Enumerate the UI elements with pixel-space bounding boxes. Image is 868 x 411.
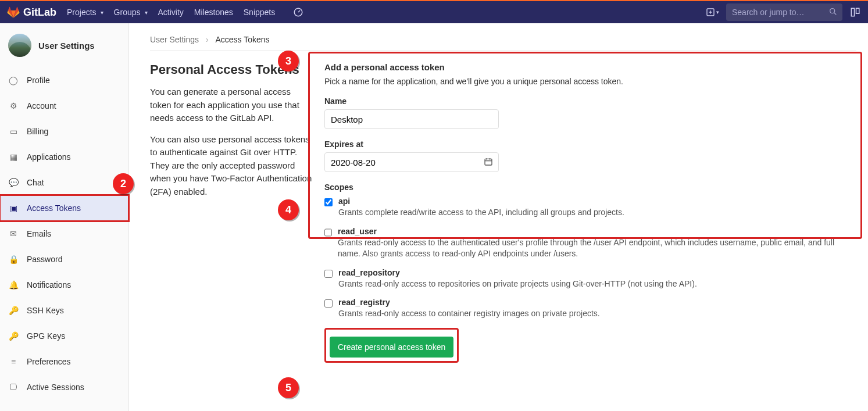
name-input[interactable] [324, 109, 499, 129]
sidebar-item-profile[interactable]: ◯Profile [0, 67, 128, 93]
search-input[interactable] [726, 3, 842, 21]
scope-read-repository: read_repository Grants read-only access … [324, 268, 856, 290]
grid-icon: ▦ [8, 152, 19, 162]
svg-rect-8 [485, 159, 492, 165]
gitlab-logo[interactable]: GitLab [5, 6, 56, 19]
sidebar-item-label: SSH Keys [27, 306, 64, 315]
sidebar-item-label: Billing [27, 127, 48, 136]
svg-point-4 [830, 9, 835, 13]
description-p2: You can also use personal access tokens … [150, 133, 313, 199]
scope-read-user-checkbox[interactable] [324, 228, 332, 237]
annotation-4: 4 [278, 199, 299, 220]
gitlab-icon [7, 6, 20, 19]
board-icon[interactable] [847, 4, 863, 20]
sidebar-item-label: Password [27, 255, 62, 264]
sidebar-item-label: Preferences [27, 357, 70, 366]
lock-icon: 🔒 [8, 255, 19, 264]
expires-input[interactable] [324, 152, 499, 172]
annotation-2: 2 [113, 173, 134, 194]
sidebar-item-access-tokens[interactable]: ▣Access Tokens [0, 195, 128, 221]
avatar[interactable] [8, 34, 31, 57]
global-search [726, 3, 842, 21]
scope-name: read_repository [338, 268, 697, 277]
sidebar-item-applications[interactable]: ▦Applications [0, 144, 128, 170]
main-content: User Settings › Access Tokens Personal A… [129, 23, 868, 411]
sidebar-item-label: Active Sessions [27, 383, 84, 392]
nav-activity[interactable]: Activity [158, 8, 184, 17]
nav-milestones[interactable]: Milestones [194, 8, 233, 17]
scope-read-user: read_user Grants read-only access to the… [324, 227, 856, 260]
user-icon: ◯ [8, 76, 19, 85]
scope-read-registry: read_registry Grants read-only access to… [324, 298, 856, 320]
breadcrumb: User Settings › Access Tokens [150, 35, 856, 51]
breadcrumb-root[interactable]: User Settings [150, 35, 199, 44]
monitor-icon: 🖵 [8, 383, 19, 392]
card-icon: ▭ [8, 127, 19, 136]
nav-groups[interactable]: Groups [114, 8, 148, 17]
scope-desc: Grants complete read/write access to the… [338, 207, 624, 219]
sidebar-item-label: Chat [27, 178, 44, 187]
chevron-right-icon: › [206, 35, 209, 44]
annotation-5: 5 [278, 377, 299, 398]
name-label: Name [324, 97, 856, 106]
sidebar-item-label: Applications [27, 152, 71, 162]
breadcrumb-current: Access Tokens [216, 35, 270, 44]
sidebar-item-label: Profile [27, 76, 50, 85]
scope-name: read_user [338, 227, 856, 236]
settings-sidebar: User Settings ◯Profile ⚙Account ▭Billing… [0, 23, 129, 411]
expires-label: Expires at [324, 140, 856, 149]
sidebar-item-notifications[interactable]: 🔔Notifications [0, 272, 128, 298]
sidebar-item-gpg-keys[interactable]: 🔑GPG Keys [0, 323, 128, 349]
scopes-label: Scopes [324, 183, 856, 192]
svg-rect-6 [851, 8, 854, 16]
scope-desc: Grants read-only access to the authentic… [338, 237, 856, 260]
sidebar-item-chat[interactable]: 💬Chat [0, 170, 128, 195]
form-subtitle: Pick a name for the application, and we'… [324, 77, 856, 86]
description-p1: You can generate a personal access token… [150, 85, 313, 125]
highlight-box-button: Create personal access token [324, 328, 459, 363]
sidebar-item-label: Emails [27, 229, 51, 238]
sidebar-item-emails[interactable]: ✉Emails [0, 221, 128, 246]
mail-icon: ✉ [8, 229, 19, 238]
gauge-icon[interactable] [290, 4, 306, 20]
account-icon: ⚙ [8, 101, 19, 110]
sidebar-item-password[interactable]: 🔒Password [0, 246, 128, 272]
scope-name: read_registry [338, 298, 600, 307]
sidebar-item-label: Access Tokens [27, 203, 81, 213]
nav-projects[interactable]: Projects [67, 8, 103, 17]
sliders-icon: ≡ [8, 357, 19, 366]
sidebar-item-account[interactable]: ⚙Account [0, 93, 128, 119]
scope-name: api [338, 196, 624, 206]
nav-snippets[interactable]: Snippets [244, 8, 275, 17]
form-heading: Add a personal access token [324, 62, 856, 72]
scope-read-repository-checkbox[interactable] [324, 270, 333, 278]
search-icon [828, 7, 838, 18]
sidebar-item-label: Account [27, 101, 56, 110]
svg-rect-7 [856, 8, 859, 13]
svg-line-5 [834, 13, 837, 15]
scope-read-registry-checkbox[interactable] [324, 299, 333, 308]
chat-icon: 💬 [8, 178, 19, 187]
bell-icon: 🔔 [8, 280, 19, 290]
scope-api: api Grants complete read/write access to… [324, 196, 856, 219]
annotation-3: 3 [278, 51, 299, 72]
token-icon: ▣ [8, 203, 19, 213]
key-icon: 🔑 [8, 331, 19, 341]
sidebar-item-label: Notifications [27, 280, 71, 290]
sidebar-item-ssh-keys[interactable]: 🔑SSH Keys [0, 298, 128, 323]
sidebar-item-label: GPG Keys [27, 331, 65, 341]
create-token-button[interactable]: Create personal access token [330, 337, 453, 358]
form-column: Add a personal access token Pick a name … [324, 56, 856, 363]
scope-api-checkbox[interactable] [324, 198, 333, 206]
scope-desc: Grants read-only access to repositories … [338, 278, 697, 290]
sidebar-item-active-sessions[interactable]: 🖵Active Sessions [0, 374, 128, 400]
scope-desc: Grants read-only access to container reg… [338, 308, 600, 320]
sidebar-header: User Settings [0, 28, 128, 67]
plus-icon[interactable]: ▾ [704, 4, 720, 20]
sidebar-title: User Settings [38, 41, 95, 51]
top-navbar: GitLab Projects Groups Activity Mileston… [0, 0, 868, 23]
sidebar-item-billing[interactable]: ▭Billing [0, 119, 128, 144]
sidebar-item-preferences[interactable]: ≡Preferences [0, 349, 128, 374]
brand-label: GitLab [23, 6, 56, 19]
calendar-icon[interactable] [484, 157, 493, 168]
